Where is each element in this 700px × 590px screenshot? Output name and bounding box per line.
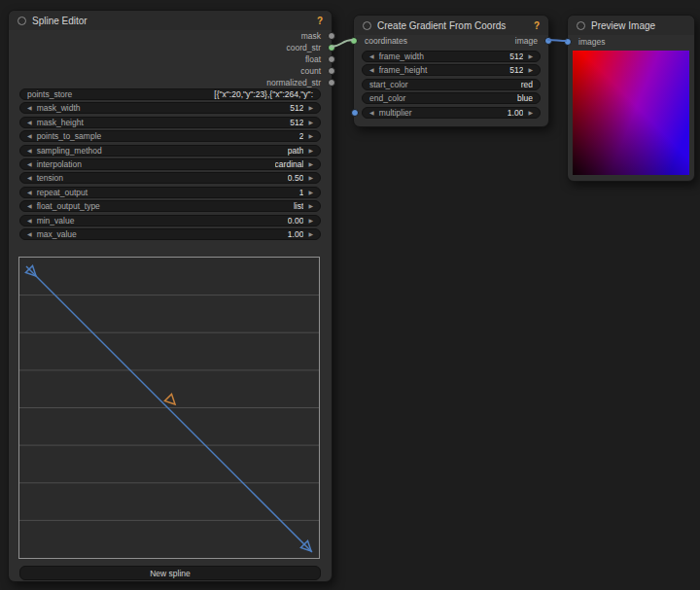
widget-label: max_value bbox=[37, 229, 77, 239]
widget-list: ◀ frame_width 512 ▶ ◀ frame_height 512 ▶… bbox=[362, 51, 541, 119]
increment-arrow-icon[interactable]: ▶ bbox=[308, 203, 313, 209]
spline-mid-marker[interactable] bbox=[164, 394, 178, 407]
increment-arrow-icon[interactable]: ▶ bbox=[308, 105, 313, 111]
widget-multiplier[interactable]: ◀ multiplier 1.00 ▶ bbox=[362, 107, 541, 119]
widget-mask-width[interactable]: ◀ mask_width 512 ▶ bbox=[19, 102, 321, 114]
output-label: coord_str bbox=[287, 43, 321, 52]
increment-arrow-icon[interactable]: ▶ bbox=[308, 175, 313, 181]
widget-value: path bbox=[288, 146, 304, 156]
increment-arrow-icon[interactable]: ▶ bbox=[308, 218, 313, 224]
node-create-gradient-from-coords[interactable]: Create Gradient From Coords ? coordinate… bbox=[353, 15, 549, 127]
widget-max-value[interactable]: ◀ max_value 1.00 ▶ bbox=[19, 228, 321, 240]
widget-end-color[interactable]: end_color blue bbox=[362, 92, 541, 104]
collapse-dot-icon[interactable] bbox=[577, 21, 585, 30]
widget-value: 512 bbox=[290, 118, 303, 127]
widget-float-output-type[interactable]: ◀ float_output_type list ▶ bbox=[19, 200, 321, 212]
decrement-arrow-icon[interactable]: ◀ bbox=[27, 120, 32, 125]
collapse-dot-icon[interactable] bbox=[363, 21, 371, 30]
help-icon[interactable]: ? bbox=[317, 16, 323, 26]
output-socket-float[interactable] bbox=[328, 55, 335, 63]
decrement-arrow-icon[interactable]: ◀ bbox=[27, 231, 32, 237]
output-socket-normalized-str[interactable] bbox=[328, 79, 335, 87]
output-socket-image[interactable] bbox=[544, 37, 552, 45]
node-spline-editor[interactable]: Spline Editor ? mask coord_str float cou… bbox=[8, 10, 332, 582]
output-row-mask: mask bbox=[9, 30, 332, 42]
widget-label: mask_width bbox=[37, 103, 81, 113]
widget-list: points_store [{"x":20,"y":23},{"x":264,"… bbox=[19, 88, 321, 240]
node-title: Spline Editor bbox=[32, 16, 88, 26]
input-label: coordinates bbox=[354, 36, 407, 46]
output-list: mask coord_str float count normalized_st… bbox=[9, 30, 332, 88]
output-row-coord-str: coord_str bbox=[9, 42, 332, 53]
output-label: mask bbox=[301, 31, 321, 41]
decrement-arrow-icon[interactable]: ◀ bbox=[27, 133, 32, 139]
output-label: count bbox=[300, 66, 321, 76]
widget-points-to-sample[interactable]: ◀ points_to_sample 2 ▶ bbox=[19, 130, 321, 142]
decrement-arrow-icon[interactable]: ◀ bbox=[27, 203, 32, 209]
widget-label: frame_height bbox=[379, 65, 428, 75]
node-title-bar[interactable]: Spline Editor ? bbox=[9, 11, 332, 30]
widget-label: interpolation bbox=[37, 159, 82, 169]
decrement-arrow-icon[interactable]: ◀ bbox=[27, 190, 32, 195]
spline-editor-canvas[interactable] bbox=[18, 257, 320, 559]
widget-mask-height[interactable]: ◀ mask_height 512 ▶ bbox=[19, 117, 321, 128]
widget-label: frame_width bbox=[379, 52, 424, 61]
spline-path[interactable] bbox=[26, 266, 312, 552]
increment-arrow-icon[interactable]: ▶ bbox=[308, 148, 313, 154]
node-title-bar[interactable]: Preview Image bbox=[568, 16, 694, 35]
decrement-arrow-icon[interactable]: ◀ bbox=[369, 53, 374, 59]
input-label: images bbox=[568, 37, 605, 47]
widget-sampling-method[interactable]: ◀ sampling_method path ▶ bbox=[19, 145, 321, 156]
widget-frame-height[interactable]: ◀ frame_height 512 ▶ bbox=[362, 64, 541, 76]
widget-label: min_value bbox=[37, 216, 75, 226]
output-label: normalized_str bbox=[266, 78, 321, 87]
collapse-dot-icon[interactable] bbox=[18, 17, 26, 25]
widget-value: 512 bbox=[290, 103, 303, 113]
widget-min-value[interactable]: ◀ min_value 0.00 ▶ bbox=[19, 215, 321, 226]
widget-start-color[interactable]: start_color red bbox=[362, 79, 541, 90]
widget-label: float_output_type bbox=[37, 201, 100, 211]
widget-value: 512 bbox=[509, 52, 523, 61]
increment-arrow-icon[interactable]: ▶ bbox=[528, 53, 533, 59]
widget-repeat-output[interactable]: ◀ repeat_output 1 ▶ bbox=[19, 187, 321, 198]
gradient-preview-image bbox=[573, 51, 689, 175]
decrement-arrow-icon[interactable]: ◀ bbox=[27, 105, 32, 111]
output-socket-mask[interactable] bbox=[328, 32, 335, 40]
node-title-bar[interactable]: Create Gradient From Coords ? bbox=[354, 16, 548, 35]
increment-arrow-icon[interactable]: ▶ bbox=[308, 133, 313, 139]
node-preview-image[interactable]: Preview Image images bbox=[567, 15, 695, 182]
output-socket-coord-str[interactable] bbox=[328, 44, 335, 52]
widget-points-store[interactable]: points_store [{"x":20,"y":23},{"x":264,"… bbox=[19, 88, 321, 100]
node-title: Preview Image bbox=[591, 20, 655, 31]
increment-arrow-icon[interactable]: ▶ bbox=[308, 161, 313, 167]
increment-arrow-icon[interactable]: ▶ bbox=[528, 67, 533, 73]
decrement-arrow-icon[interactable]: ◀ bbox=[369, 67, 374, 73]
increment-arrow-icon[interactable]: ▶ bbox=[528, 110, 533, 116]
input-socket-coordinates[interactable] bbox=[350, 37, 358, 45]
output-row-normalized-str: normalized_str bbox=[9, 77, 332, 88]
increment-arrow-icon[interactable]: ▶ bbox=[308, 120, 313, 125]
help-icon[interactable]: ? bbox=[534, 20, 540, 31]
widget-value: 0.50 bbox=[288, 173, 304, 183]
new-spline-button[interactable]: New spline bbox=[19, 566, 321, 580]
widget-tension[interactable]: ◀ tension 0.50 ▶ bbox=[19, 172, 321, 184]
decrement-arrow-icon[interactable]: ◀ bbox=[27, 161, 32, 167]
decrement-arrow-icon[interactable]: ◀ bbox=[369, 110, 374, 116]
io-row: coordinates image bbox=[354, 35, 548, 47]
node-editor-canvas[interactable]: Spline Editor ? mask coord_str float cou… bbox=[0, 0, 700, 590]
widget-label: multiplier bbox=[379, 108, 412, 118]
increment-arrow-icon[interactable]: ▶ bbox=[308, 190, 313, 195]
input-socket-images[interactable] bbox=[564, 38, 572, 46]
widget-value: 0.00 bbox=[288, 216, 304, 226]
output-label: image bbox=[515, 36, 548, 46]
input-socket-multiplier[interactable] bbox=[351, 109, 359, 117]
decrement-arrow-icon[interactable]: ◀ bbox=[27, 148, 32, 154]
widget-interpolation[interactable]: ◀ interpolation cardinal ▶ bbox=[19, 158, 321, 170]
output-socket-count[interactable] bbox=[328, 67, 335, 75]
widget-frame-width[interactable]: ◀ frame_width 512 ▶ bbox=[362, 51, 541, 62]
spline-plot bbox=[19, 258, 319, 558]
increment-arrow-icon[interactable]: ▶ bbox=[308, 231, 313, 237]
widget-value: blue bbox=[517, 93, 533, 103]
decrement-arrow-icon[interactable]: ◀ bbox=[27, 175, 32, 181]
decrement-arrow-icon[interactable]: ◀ bbox=[27, 218, 32, 224]
